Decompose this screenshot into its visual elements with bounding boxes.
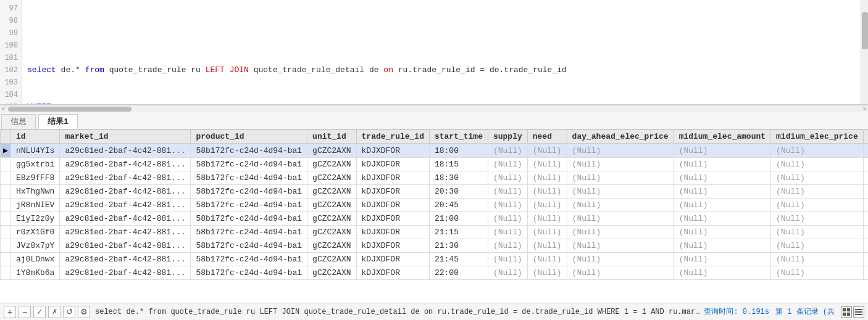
cell-midium_elec_amount[interactable]: (Null)	[674, 226, 770, 239]
cell-need[interactable]: (Null)	[527, 266, 567, 280]
cell-trade_rule_id[interactable]: kDJXDFOR	[356, 158, 429, 171]
col-market-id[interactable]: market_id	[60, 130, 191, 144]
results-table-wrapper[interactable]: id market_id product_id unit_id trade_ru…	[0, 129, 868, 303]
cell-need[interactable]: (Null)	[527, 253, 567, 266]
cell-start_time[interactable]: 21:00	[429, 212, 488, 226]
cell-id[interactable]: nNLU4YIs	[11, 144, 60, 158]
col-midium-amount[interactable]: midium_elec_amount	[674, 130, 770, 144]
list-view-button[interactable]	[853, 306, 864, 318]
cell-market_id[interactable]: a29c81ed-2baf-4c42-881...	[60, 144, 191, 158]
cell-day_ahead_elec_price[interactable]: (Null)	[567, 266, 674, 280]
sql-code-area[interactable]: select de.* from quote_trade_rule ru LEF…	[22, 0, 861, 104]
cell-day_ahead_bided[interactable]: (Null)	[863, 199, 868, 212]
cell-day_ahead_bided[interactable]: (Null)	[863, 144, 868, 158]
cell-need[interactable]: (Null)	[527, 171, 567, 185]
cell-market_id[interactable]: a29c81ed-2baf-4c42-881...	[60, 199, 191, 212]
cell-unit_id[interactable]: gCZC2AXN	[307, 239, 356, 253]
cell-trade_rule_id[interactable]: kDJXDFOR	[356, 199, 429, 212]
cell-unit_id[interactable]: gCZC2AXN	[307, 185, 356, 199]
cell-day_ahead_bided[interactable]: (Null)	[863, 253, 868, 266]
cell-day_ahead_elec_price[interactable]: (Null)	[567, 239, 674, 253]
cell-id[interactable]: gg5xtrbi	[11, 158, 60, 171]
cell-midium_elec_amount[interactable]: (Null)	[674, 158, 770, 171]
cell-day_ahead_elec_price[interactable]: (Null)	[567, 253, 674, 266]
cell-supply[interactable]: (Null)	[488, 171, 527, 185]
cell-start_time[interactable]: 18:00	[429, 144, 488, 158]
cell-unit_id[interactable]: gCZC2AXN	[307, 199, 356, 212]
cell-day_ahead_elec_price[interactable]: (Null)	[567, 144, 674, 158]
cell-trade_rule_id[interactable]: kDJXDFOR	[356, 266, 429, 280]
cell-midium_elec_amount[interactable]: (Null)	[674, 199, 770, 212]
cell-day_ahead_elec_price[interactable]: (Null)	[567, 226, 674, 239]
cell-day_ahead_bided[interactable]: (Null)	[863, 185, 868, 199]
cell-need[interactable]: (Null)	[527, 212, 567, 226]
cell-unit_id[interactable]: gCZC2AXN	[307, 212, 356, 226]
cell-midium_elec_amount[interactable]: (Null)	[674, 266, 770, 280]
cell-product_id[interactable]: 58b172fc-c24d-4d94-ba1	[191, 185, 307, 199]
col-trade-rule-id[interactable]: trade_rule_id	[356, 130, 429, 144]
cell-midium_elec_price[interactable]: (Null)	[771, 171, 864, 185]
table-row[interactable]: 1Y8mKb6aa29c81ed-2baf-4c42-881...58b172f…	[1, 266, 869, 280]
cell-id[interactable]: E1yI2z0y	[11, 212, 60, 226]
cell-day_ahead_bided[interactable]: (Null)	[863, 226, 868, 239]
cell-supply[interactable]: (Null)	[488, 226, 527, 239]
cell-id[interactable]: r0zX1Gf0	[11, 226, 60, 239]
cell-day_ahead_bided[interactable]: (Null)	[863, 171, 868, 185]
cell-unit_id[interactable]: gCZC2AXN	[307, 158, 356, 171]
col-need[interactable]: need	[527, 130, 567, 144]
cell-day_ahead_bided[interactable]: (Null)	[863, 158, 868, 171]
sql-editor[interactable]: 97 98 99 100 101 102 103 104 105 106 sel…	[0, 0, 868, 105]
cell-day_ahead_bided[interactable]: (Null)	[863, 239, 868, 253]
cell-product_id[interactable]: 58b172fc-c24d-4d94-ba1	[191, 158, 307, 171]
cell-supply[interactable]: (Null)	[488, 199, 527, 212]
cell-need[interactable]: (Null)	[527, 239, 567, 253]
cell-trade_rule_id[interactable]: kDJXDFOR	[356, 212, 429, 226]
cell-midium_elec_price[interactable]: (Null)	[771, 185, 864, 199]
table-row[interactable]: jR8nNIEVa29c81ed-2baf-4c42-881...58b172f…	[1, 199, 869, 212]
cell-day_ahead_elec_price[interactable]: (Null)	[567, 212, 674, 226]
cell-start_time[interactable]: 20:45	[429, 199, 488, 212]
cell-start_time[interactable]: 21:45	[429, 253, 488, 266]
cell-day_ahead_bided[interactable]: (Null)	[863, 266, 868, 280]
cell-start_time[interactable]: 18:30	[429, 171, 488, 185]
cell-midium_elec_price[interactable]: (Null)	[771, 253, 864, 266]
add-row-button[interactable]: +	[4, 306, 16, 318]
cell-need[interactable]: (Null)	[527, 158, 567, 171]
cell-trade_rule_id[interactable]: kDJXDFOR	[356, 144, 429, 158]
cell-midium_elec_price[interactable]: (Null)	[771, 226, 864, 239]
table-row[interactable]: E1yI2z0ya29c81ed-2baf-4c42-881...58b172f…	[1, 212, 869, 226]
cell-trade_rule_id[interactable]: kDJXDFOR	[356, 185, 429, 199]
cell-midium_elec_price[interactable]: (Null)	[771, 199, 864, 212]
table-row[interactable]: ▶nNLU4YIsa29c81ed-2baf-4c42-881...58b172…	[1, 144, 869, 158]
cell-product_id[interactable]: 58b172fc-c24d-4d94-ba1	[191, 253, 307, 266]
tab-info[interactable]: 信息	[1, 114, 36, 129]
col-midium-price[interactable]: midium_elec_price	[771, 130, 864, 144]
cell-start_time[interactable]: 18:15	[429, 158, 488, 171]
cell-midium_elec_amount[interactable]: (Null)	[674, 144, 770, 158]
cell-trade_rule_id[interactable]: kDJXDFOR	[356, 253, 429, 266]
table-row[interactable]: gg5xtrbia29c81ed-2baf-4c42-881...58b172f…	[1, 158, 869, 171]
cell-market_id[interactable]: a29c81ed-2baf-4c42-881...	[60, 239, 191, 253]
cell-id[interactable]: aj0LDnwx	[11, 253, 60, 266]
cell-trade_rule_id[interactable]: kDJXDFOR	[356, 171, 429, 185]
cell-midium_elec_price[interactable]: (Null)	[771, 239, 864, 253]
cell-midium_elec_amount[interactable]: (Null)	[674, 239, 770, 253]
cell-need[interactable]: (Null)	[527, 199, 567, 212]
cell-day_ahead_elec_price[interactable]: (Null)	[567, 171, 674, 185]
cell-need[interactable]: (Null)	[527, 185, 567, 199]
cell-supply[interactable]: (Null)	[488, 266, 527, 280]
cell-id[interactable]: JVz8x7pY	[11, 239, 60, 253]
table-row[interactable]: JVz8x7pYa29c81ed-2baf-4c42-881...58b172f…	[1, 239, 869, 253]
cell-product_id[interactable]: 58b172fc-c24d-4d94-ba1	[191, 212, 307, 226]
cell-market_id[interactable]: a29c81ed-2baf-4c42-881...	[60, 171, 191, 185]
cell-midium_elec_amount[interactable]: (Null)	[674, 253, 770, 266]
cell-unit_id[interactable]: gCZC2AXN	[307, 144, 356, 158]
cell-trade_rule_id[interactable]: kDJXDFOR	[356, 226, 429, 239]
cell-midium_elec_amount[interactable]: (Null)	[674, 171, 770, 185]
cell-midium_elec_price[interactable]: (Null)	[771, 266, 864, 280]
cell-unit_id[interactable]: gCZC2AXN	[307, 253, 356, 266]
cell-product_id[interactable]: 58b172fc-c24d-4d94-ba1	[191, 199, 307, 212]
refresh-button[interactable]: ↺	[63, 306, 75, 318]
confirm-button[interactable]: ✓	[33, 306, 46, 318]
cell-market_id[interactable]: a29c81ed-2baf-4c42-881...	[60, 158, 191, 171]
